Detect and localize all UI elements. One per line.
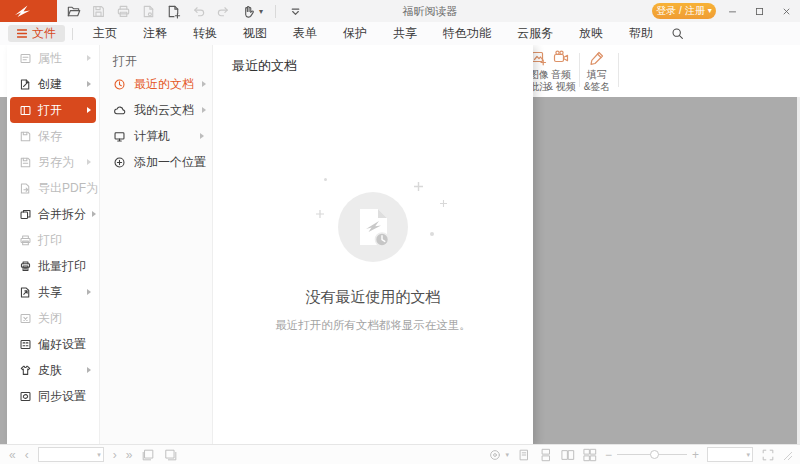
file-menu-panel: 属性 创建 打开 保存 另存为 导出PDF为 <box>7 45 533 444</box>
open-panel-header: 打开 <box>100 51 212 71</box>
tab-convert[interactable]: 转换 <box>180 25 230 42</box>
previous-view-icon[interactable] <box>141 448 155 462</box>
rotate-view-icon[interactable] <box>488 448 502 462</box>
sidebar-item-merge-split[interactable]: 合并拆分 <box>10 201 96 227</box>
sidebar-item-create[interactable]: 创建 <box>10 71 96 97</box>
fill-sign-button[interactable]: 填写&签名 <box>576 49 618 92</box>
tab-help[interactable]: 帮助 <box>616 25 666 42</box>
zoom-dropdown-icon[interactable]: ▾ <box>744 451 752 459</box>
sidebar-item-save-as[interactable]: 另存为 <box>10 149 96 175</box>
login-register-label: 登录 / 注册 <box>656 4 704 18</box>
preferences-icon <box>19 338 32 351</box>
facing-continuous-layout-icon[interactable] <box>583 448 597 462</box>
menu-separator <box>72 28 73 40</box>
zoom-slider-handle[interactable] <box>650 450 659 459</box>
ribbon-separator <box>618 53 619 87</box>
sidebar-item-skin[interactable]: 皮肤 <box>10 357 96 383</box>
tab-form[interactable]: 表单 <box>280 25 330 42</box>
tab-cloud[interactable]: 云服务 <box>504 25 566 42</box>
hand-tool-dropdown-icon[interactable]: ▾ <box>259 7 263 16</box>
search-icon[interactable] <box>671 27 684 40</box>
facing-layout-icon[interactable] <box>561 448 575 462</box>
save-icon[interactable] <box>91 4 106 19</box>
zoom-level-input[interactable]: ▾ <box>707 447 753 462</box>
window-controls <box>719 0 800 22</box>
previous-page-icon[interactable]: ‹ <box>25 449 29 461</box>
submenu-arrow-icon <box>87 55 91 61</box>
sidebar-item-open[interactable]: 打开 <box>10 97 96 123</box>
customize-toolbar-icon[interactable] <box>288 4 303 19</box>
minimize-button[interactable] <box>719 0 746 22</box>
last-page-icon[interactable]: » <box>126 449 133 461</box>
maximize-button[interactable] <box>746 0 773 22</box>
redo-icon[interactable] <box>216 4 231 19</box>
sidebar-item-close[interactable]: 关闭 <box>10 305 96 331</box>
app-logo[interactable] <box>0 0 57 22</box>
open-item-recent-documents[interactable]: 最近的文档 <box>100 71 212 97</box>
tab-features[interactable]: 特色功能 <box>430 25 504 42</box>
document-properties-icon[interactable] <box>141 4 156 19</box>
open-item-add-place[interactable]: 添加一个位置 <box>100 149 212 175</box>
submenu-arrow-icon <box>202 107 206 113</box>
submenu-arrow-icon <box>92 211 96 217</box>
submenu-arrow-icon <box>200 133 204 139</box>
sidebar-item-batch-print[interactable]: 批量打印 <box>10 253 96 279</box>
open-file-icon[interactable] <box>66 4 81 19</box>
sparkle-icon <box>440 200 447 207</box>
rotate-dropdown-icon[interactable]: ▾ <box>505 451 509 459</box>
zoom-in-icon[interactable]: + <box>692 449 699 461</box>
file-menu-button[interactable]: 文件 <box>8 25 65 42</box>
file-menu-label: 文件 <box>32 25 56 42</box>
merge-split-icon <box>19 208 32 221</box>
sidebar-item-sync-settings[interactable]: 同步设置 <box>10 383 96 409</box>
continuous-layout-icon[interactable] <box>539 448 553 462</box>
cloud-icon <box>113 104 126 117</box>
submenu-arrow-icon <box>87 107 91 113</box>
title-bar: ▾ 福昕阅读器 登录 / 注册 ▾ <box>0 0 800 22</box>
sidebar-item-preferences[interactable]: 偏好设置 <box>10 331 96 357</box>
fullscreen-icon[interactable] <box>761 448 775 462</box>
page-dropdown-icon[interactable]: ▾ <box>95 451 103 459</box>
zoom-out-icon[interactable]: − <box>605 449 612 461</box>
video-camera-icon <box>552 49 570 67</box>
zoom-slider-track[interactable] <box>617 454 687 455</box>
export-pdf-icon <box>19 182 32 195</box>
next-page-icon[interactable]: › <box>113 449 117 461</box>
tab-home[interactable]: 主页 <box>80 25 130 42</box>
page-number-input[interactable]: ▾ <box>38 447 104 462</box>
empty-state-subtitle: 最近打开的所有文档都将显示在这里。 <box>213 318 533 333</box>
next-view-icon[interactable] <box>164 448 178 462</box>
first-page-icon[interactable]: « <box>9 449 16 461</box>
login-register-button[interactable]: 登录 / 注册 ▾ <box>652 3 716 19</box>
close-button[interactable] <box>773 0 800 22</box>
tab-slideshow[interactable]: 放映 <box>566 25 616 42</box>
print-icon[interactable] <box>116 4 131 19</box>
properties-icon <box>19 52 32 65</box>
ribbon-button-label: 音频& 视频 <box>546 69 575 92</box>
sidebar-item-share[interactable]: 共享 <box>10 279 96 305</box>
sync-settings-icon <box>19 390 32 403</box>
foxit-bird-icon <box>13 4 31 18</box>
sparkle-icon <box>414 182 423 191</box>
skin-icon <box>19 364 32 377</box>
sidebar-item-save[interactable]: 保存 <box>10 123 96 149</box>
share-icon <box>19 286 32 299</box>
hand-tool-icon[interactable] <box>241 4 256 19</box>
sidebar-item-print[interactable]: 打印 <box>10 227 96 253</box>
tab-view[interactable]: 视图 <box>230 25 280 42</box>
save-as-icon <box>19 156 32 169</box>
sidebar-item-properties[interactable]: 属性 <box>10 45 96 71</box>
sidebar-item-export-pdf[interactable]: 导出PDF为 <box>10 175 96 201</box>
ribbon-button-label: 填写&签名 <box>584 69 611 92</box>
dot-decoration <box>324 178 327 181</box>
tab-protect[interactable]: 保护 <box>330 25 380 42</box>
submenu-arrow-icon <box>87 81 91 87</box>
new-document-icon[interactable] <box>166 4 181 19</box>
window-resize-grip[interactable] <box>783 449 793 461</box>
tab-share[interactable]: 共享 <box>380 25 430 42</box>
tab-comment[interactable]: 注释 <box>130 25 180 42</box>
single-page-layout-icon[interactable] <box>517 448 531 462</box>
open-item-cloud-documents[interactable]: 我的云文档 <box>100 97 212 123</box>
open-item-computer[interactable]: 计算机 <box>100 123 212 149</box>
undo-icon[interactable] <box>191 4 206 19</box>
